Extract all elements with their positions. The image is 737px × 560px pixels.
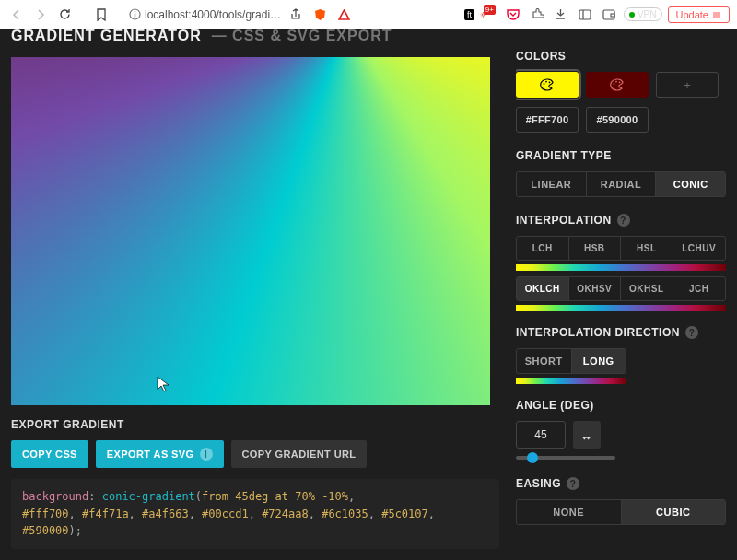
angle-label: ANGLE (DEG)	[516, 399, 726, 412]
angle-reverse-button[interactable]	[573, 421, 601, 449]
direction-preview	[516, 378, 626, 384]
svg-rect-6	[603, 10, 614, 19]
color-hex-input[interactable]	[516, 107, 579, 133]
gradient-type-linear[interactable]: LINEAR	[517, 172, 587, 196]
interp-hsb[interactable]: HSB	[569, 237, 622, 260]
pocket-icon[interactable]	[504, 6, 522, 24]
interp-lch[interactable]: LCH	[517, 237, 569, 260]
direction-label: INTERPOLATION DIRECTION ?	[516, 326, 726, 339]
svg-rect-2	[135, 11, 135, 12]
svg-point-13	[549, 81, 551, 83]
sidebar-toggle-icon[interactable]	[576, 6, 594, 24]
angle-input[interactable]	[516, 421, 566, 449]
gradient-type-conic[interactable]: CONIC	[656, 172, 725, 196]
browser-chrome: localhost:4000/tools/gradi… ft 9+ VPN Up…	[0, 0, 737, 29]
download-icon[interactable]	[552, 6, 570, 24]
sidebar: COLORS + GRADIENT TYPE LINEARRADIALCONIC…	[516, 29, 726, 560]
help-icon[interactable]: ?	[685, 326, 698, 339]
url-text: localhost:4000/tools/gradi…	[145, 8, 281, 21]
easing-none[interactable]: NONE	[517, 500, 622, 524]
colors-label: COLORS	[516, 50, 726, 63]
direction-short[interactable]: SHORT	[517, 349, 572, 373]
interp-okhsl[interactable]: OKHSL	[621, 277, 673, 300]
svg-point-11	[544, 83, 545, 85]
svg-point-14	[614, 83, 615, 85]
help-icon[interactable]: ?	[617, 214, 630, 227]
page-title: GRADIENT GENERATOR — CSS & SVG EXPORT	[11, 28, 499, 44]
svg-point-15	[615, 81, 617, 83]
direction-long[interactable]: LONG	[572, 349, 626, 373]
interp-oklch[interactable]: OKLCH	[517, 277, 569, 300]
bookmark-icon[interactable]	[92, 6, 111, 24]
interpolation-preview	[516, 264, 726, 271]
color-swatch[interactable]	[516, 72, 579, 98]
nav-back-button[interactable]	[7, 6, 26, 24]
color-swatch[interactable]	[586, 72, 649, 98]
gradient-type-radial[interactable]: RADIAL	[587, 172, 657, 196]
help-icon[interactable]: ?	[567, 477, 579, 490]
interp-okhsv[interactable]: OKHSV	[569, 277, 622, 300]
update-button[interactable]: Update	[668, 6, 730, 23]
color-hex-input[interactable]	[586, 107, 649, 133]
extension-ft-icon[interactable]: ft	[464, 9, 474, 20]
vpn-badge[interactable]: VPN	[624, 7, 662, 21]
share-icon[interactable]	[287, 6, 305, 24]
export-svg-button[interactable]: EXPORT AS SVG i	[96, 440, 224, 468]
svg-rect-4	[579, 10, 591, 19]
easing-label: EASING ?	[516, 477, 726, 490]
svg-point-12	[545, 81, 547, 83]
copy-url-button[interactable]: COPY GRADIENT URL	[231, 440, 368, 468]
address-bar[interactable]: localhost:4000/tools/gradi…	[129, 8, 281, 21]
export-label: EXPORT GRADIENT	[11, 418, 499, 431]
brave-shields-icon[interactable]	[310, 6, 329, 24]
interpolation-label: INTERPOLATION ?	[516, 214, 726, 227]
gradient-type-label: GRADIENT TYPE	[516, 149, 726, 162]
app-body: GRADIENT GENERATOR — CSS & SVG EXPORT EX…	[0, 29, 737, 560]
copy-css-button[interactable]: COPY CSS	[11, 440, 88, 468]
interp-lchuv[interactable]: LCHUV	[673, 237, 726, 260]
brave-triangle-icon[interactable]	[334, 6, 353, 24]
svg-rect-1	[135, 14, 135, 18]
site-info-icon[interactable]	[129, 8, 141, 20]
reload-button[interactable]	[55, 6, 74, 24]
interp-hsl[interactable]: HSL	[621, 237, 673, 260]
gradient-preview	[11, 57, 490, 405]
interp-jch[interactable]: JCH	[673, 277, 726, 300]
extension-puzzle-icon[interactable]	[528, 6, 546, 24]
nav-forward-button[interactable]	[31, 6, 50, 24]
info-icon: i	[200, 448, 213, 461]
code-output[interactable]: background: conic-gradient(from 45deg at…	[11, 479, 499, 549]
main-column: GRADIENT GENERATOR — CSS & SVG EXPORT EX…	[11, 29, 516, 560]
add-color-button[interactable]: +	[656, 72, 719, 98]
interpolation-preview-2	[516, 305, 726, 311]
extension-gear-icon[interactable]: 9+	[480, 6, 498, 24]
wallet-icon[interactable]	[600, 6, 618, 24]
angle-slider[interactable]	[516, 456, 615, 460]
svg-point-16	[619, 81, 621, 83]
easing-cubic[interactable]: CUBIC	[622, 500, 726, 524]
cursor-icon	[157, 376, 170, 392]
